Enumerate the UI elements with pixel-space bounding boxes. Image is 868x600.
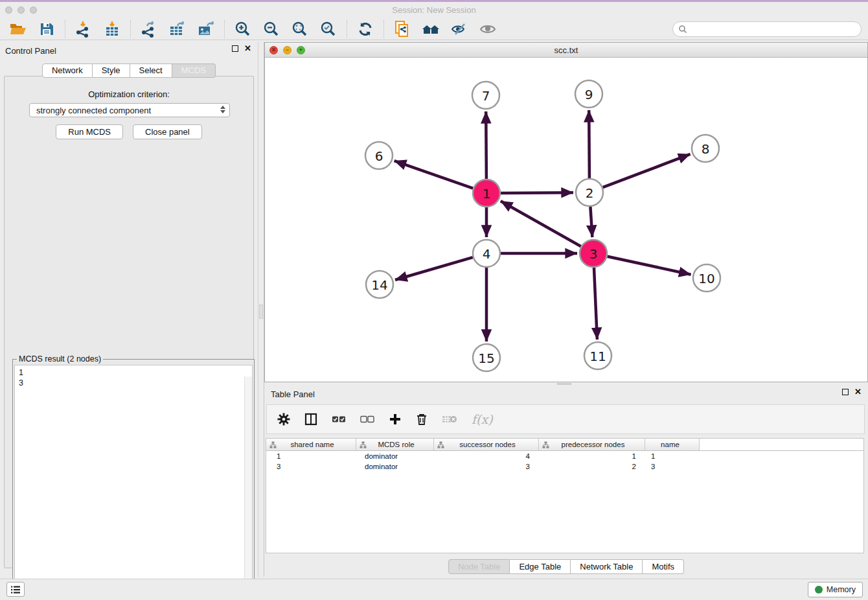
cell-mcds-role[interactable]: dominator (356, 452, 434, 460)
hide-graphics-icon[interactable] (450, 20, 469, 38)
mcds-result-legend: MCDS result (2 nodes) (17, 354, 103, 363)
graph-node-2[interactable]: 2 (576, 179, 603, 206)
refresh-icon[interactable] (356, 20, 375, 38)
cell-name[interactable]: 3 (645, 463, 700, 470)
memory-status-icon (815, 586, 823, 594)
edge-4-14[interactable] (395, 257, 473, 280)
tab-network-table[interactable]: Network Table (571, 559, 643, 574)
float-table-panel-icon[interactable] (842, 389, 849, 395)
graph-node-14[interactable]: 14 (366, 271, 393, 298)
mcds-result-scrollbar[interactable] (244, 376, 252, 596)
zoom-fit-icon[interactable] (290, 20, 310, 38)
import-table-icon[interactable] (102, 20, 122, 38)
network-canvas[interactable]: 1234678910111415 (265, 58, 867, 382)
tab-select[interactable]: Select (130, 63, 172, 78)
graph-node-4[interactable]: 4 (473, 240, 500, 267)
graph-node-11[interactable]: 11 (584, 342, 611, 369)
mcds-result-text[interactable]: 1 3 (14, 365, 253, 597)
float-panel-icon[interactable] (232, 45, 238, 52)
cell-shared-name[interactable]: 3 (266, 463, 356, 470)
search-icon (678, 25, 687, 34)
column-header-shared-name[interactable]: shared name (266, 439, 356, 450)
add-column-icon[interactable] (389, 413, 402, 426)
mcds-result-fieldset: MCDS result (2 nodes) 1 3 (12, 354, 255, 599)
column-layout-icon[interactable] (304, 413, 317, 426)
graph-node-9[interactable]: 9 (575, 80, 602, 108)
graph-node-1[interactable]: 1 (473, 179, 500, 207)
search-input[interactable] (690, 23, 861, 36)
delete-column-icon[interactable] (416, 413, 428, 426)
edge-1-6[interactable] (394, 161, 474, 189)
export-table-icon[interactable] (168, 20, 187, 38)
table-row[interactable]: 1 dominator 4 1 1 (266, 451, 863, 461)
cell-name[interactable]: 1 (645, 452, 700, 460)
edge-3-11[interactable] (594, 268, 597, 340)
edge-3-1[interactable] (501, 201, 581, 246)
column-header-predecessor-nodes[interactable]: predecessor nodes (539, 439, 645, 450)
show-graphics-icon[interactable] (478, 20, 497, 38)
table-settings-gear-icon[interactable] (277, 413, 290, 426)
search-box[interactable] (672, 21, 862, 37)
edge-1-7[interactable] (486, 111, 486, 179)
select-all-columns-icon[interactable] (332, 415, 346, 424)
tab-mcds[interactable]: MCDS (172, 63, 216, 78)
optimization-criterion-select[interactable]: strongly connected component (29, 103, 230, 117)
cell-successor-nodes[interactable]: 3 (434, 463, 539, 470)
column-header-mcds-role[interactable]: MCDS role (356, 439, 434, 450)
graph-node-8[interactable]: 8 (692, 135, 719, 162)
splitter-grip[interactable] (259, 305, 263, 319)
delete-table-icon[interactable] (442, 414, 457, 424)
graph-node-10[interactable]: 10 (693, 264, 720, 292)
export-network-icon[interactable] (139, 20, 159, 38)
tab-motifs[interactable]: Motifs (643, 559, 684, 574)
home-view-icon[interactable] (421, 20, 440, 38)
cell-mcds-role[interactable]: dominator (356, 463, 434, 470)
run-mcds-button[interactable]: Run MCDS (56, 124, 123, 139)
edge-2-8[interactable] (603, 154, 691, 187)
splitter-grip[interactable] (557, 383, 571, 385)
vertical-splitter[interactable] (258, 42, 264, 577)
save-session-icon[interactable] (37, 20, 56, 38)
tab-style[interactable]: Style (93, 63, 130, 78)
zoom-selected-icon[interactable] (319, 20, 338, 38)
cell-predecessor-nodes[interactable]: 2 (539, 463, 645, 470)
graph-node-15[interactable]: 15 (473, 344, 500, 371)
zoom-out-icon[interactable] (262, 20, 281, 38)
tab-network[interactable]: Network (42, 63, 93, 78)
export-image-icon[interactable] (196, 20, 216, 38)
clone-network-icon[interactable] (393, 20, 412, 38)
open-file-icon[interactable] (8, 20, 28, 38)
svg-text:15: 15 (478, 351, 494, 366)
table-row[interactable]: 3 dominator 3 2 3 (266, 461, 863, 472)
close-panel-button[interactable]: Close panel (133, 124, 202, 139)
function-builder-icon[interactable]: f(x) (472, 412, 493, 426)
task-history-button[interactable] (6, 582, 25, 597)
svg-text:3: 3 (589, 246, 598, 262)
close-panel-icon[interactable]: ✕ (244, 45, 251, 52)
column-header-name[interactable]: name (645, 439, 700, 450)
edge-2-3[interactable] (590, 207, 592, 237)
network-view-window: ✕ − + scc.txt 1234678910111415 (264, 42, 868, 382)
cell-shared-name[interactable]: 1 (266, 452, 356, 460)
cell-successor-nodes[interactable]: 4 (434, 452, 539, 460)
optimization-criterion-label: Optimization criterion: (5, 89, 253, 99)
graph-node-3[interactable]: 3 (580, 240, 607, 267)
edge-1-2[interactable] (501, 192, 573, 193)
tab-node-table[interactable]: Node Table (448, 559, 510, 574)
edge-3-10[interactable] (608, 257, 691, 275)
close-table-panel-icon[interactable]: ✕ (854, 389, 862, 395)
column-type-icon (542, 441, 549, 448)
zoom-in-icon[interactable] (233, 20, 253, 38)
edge-2-9[interactable] (589, 110, 589, 178)
mcds-tab-pane: Optimization criterion: strongly connect… (4, 76, 254, 568)
column-header-successor-nodes[interactable]: successor nodes (434, 439, 539, 450)
graph-node-6[interactable]: 6 (365, 142, 393, 169)
import-network-icon[interactable] (74, 20, 93, 38)
table-header-row: shared name MCDS role successor nodes pr… (266, 439, 863, 451)
tab-edge-table[interactable]: Edge Table (510, 559, 571, 574)
graph-node-7[interactable]: 7 (472, 82, 499, 109)
deselect-all-columns-icon[interactable] (360, 415, 374, 424)
memory-button[interactable]: Memory (808, 582, 863, 597)
cell-predecessor-nodes[interactable]: 1 (539, 452, 645, 460)
window-title: Session: New Session (0, 5, 868, 15)
